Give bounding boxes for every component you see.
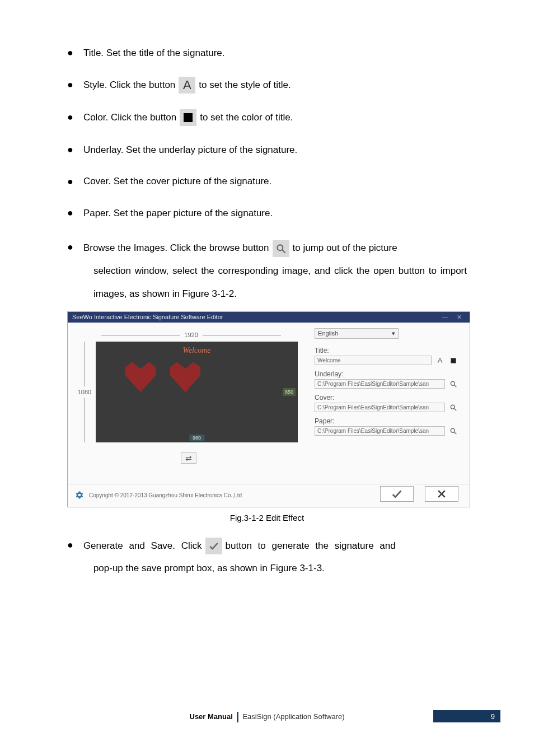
window-title: SeeWo Interactive Electronic Signature S… (72, 314, 223, 320)
bullet-text: Paper. Set the paper picture of the sign… (83, 206, 273, 221)
bullet-marker: ● (67, 174, 73, 190)
title-color-icon[interactable] (448, 356, 458, 366)
footer-divider: | (236, 710, 240, 723)
svg-line-5 (455, 408, 457, 410)
bullet-title: ● Title. Set the title of the signature. (67, 45, 467, 61)
cover-input[interactable]: C:\Program Files\EasiSignEditor\Sample\s… (315, 403, 445, 412)
svg-point-4 (451, 405, 455, 409)
color-square-icon (180, 109, 196, 126)
paper-label: Paper: (315, 417, 458, 425)
underlay-label: Underlay: (315, 370, 458, 378)
footer-app-name: EasiSign (Application Software) (242, 712, 344, 721)
text-pre: Browse the Images. Click the browse butt… (83, 237, 269, 260)
svg-line-1 (282, 250, 285, 253)
instruction-list: ● Title. Set the title of the signature.… (67, 45, 467, 306)
underlay-input[interactable]: C:\Program Files\EasiSignEditor\Sample\s… (315, 379, 445, 389)
bullet-marker: ● (67, 205, 73, 221)
window-controls[interactable]: — ✕ (442, 314, 465, 321)
bullet-text: Generate and Save. Click button to gener… (83, 535, 396, 581)
page-number-box: 9 (433, 710, 500, 722)
dimension-height: 1080 (73, 342, 96, 442)
svg-line-3 (455, 385, 457, 387)
editor-titlebar: SeeWo Interactive Electronic Signature S… (68, 312, 470, 323)
chevron-down-icon: ▾ (392, 330, 395, 337)
footer-center: User Manual | EasiSign (Application Soft… (189, 710, 344, 723)
page-footer: User Manual | EasiSign (Application Soft… (0, 710, 534, 722)
heart-icon (168, 361, 202, 394)
language-select[interactable]: English ▾ (315, 328, 399, 339)
editor-body: 1920 1080 Welcome 850 960 (68, 323, 470, 484)
paper-browse-icon[interactable] (448, 426, 458, 436)
instruction-list-2: ● Generate and Save. Click button to gen… (67, 535, 467, 581)
bullet-marker: ● (67, 109, 73, 125)
bullet-marker: ● (67, 142, 73, 158)
title-style-icon[interactable]: A (435, 356, 445, 366)
dim-h-value: 1080 (78, 386, 91, 398)
bullet-text: Cover. Set the cover picture of the sign… (83, 174, 271, 189)
bullet-cover: ● Cover. Set the cover picture of the si… (67, 174, 467, 190)
bullet-text: Underlay. Set the underlay picture of th… (83, 142, 297, 157)
gear-icon[interactable] (76, 491, 83, 499)
bullet-color: ● Color. Click the button to set the col… (67, 109, 467, 126)
copyright-text: Copyright © 2012-2013 Guangzhou Shirui E… (89, 492, 242, 498)
bullet-underlay: ● Underlay. Set the underlay picture of … (67, 142, 467, 158)
svg-point-6 (451, 428, 455, 432)
dim-w-value: 1920 (180, 332, 202, 338)
bullet-text: Browse the Images. Click the browse butt… (83, 237, 467, 305)
page-number: 9 (491, 712, 495, 721)
bullet-text: Style. Click the button A to set the sty… (83, 77, 291, 94)
bullet-browse: ● Browse the Images. Click the browse bu… (67, 237, 467, 305)
text-pre: Color. Click the button (83, 110, 176, 125)
hearts-decoration (124, 361, 202, 394)
text-pre: Style. Click the button (83, 77, 175, 92)
browse-line2: selection window, select the correspondi… (83, 260, 467, 306)
language-value: English (318, 330, 338, 337)
crop-icon[interactable]: ⇄ (181, 452, 196, 464)
svg-point-2 (451, 381, 455, 385)
generate-line2: pop-up the save prompt box, as shown in … (83, 557, 396, 580)
cover-browse-icon[interactable] (448, 403, 458, 413)
style-glyph: A (183, 75, 191, 95)
editor-preview-pane: 1920 1080 Welcome 850 960 (68, 323, 309, 484)
svg-line-7 (455, 432, 457, 434)
ok-button[interactable] (380, 486, 414, 502)
editor-window: SeeWo Interactive Electronic Signature S… (67, 311, 470, 507)
text-post: to jump out of the picture (293, 237, 397, 260)
bullet-text: Title. Set the title of the signature. (83, 45, 225, 60)
preview-title-text: Welcome (183, 346, 211, 355)
title-input[interactable]: Welcome (315, 356, 432, 365)
title-label: Title: (315, 347, 458, 354)
cancel-button[interactable] (425, 486, 458, 502)
editor-properties-pane: English ▾ Title: Welcome A Underlay: C:\… (309, 323, 470, 484)
bullet-marker: ● (67, 77, 73, 93)
bullet-marker: ● (67, 537, 73, 553)
paper-input[interactable]: C:\Program Files\EasiSignEditor\Sample\s… (315, 426, 445, 436)
cover-label: Cover: (315, 394, 458, 402)
heart-icon (124, 361, 157, 394)
bullet-marker: ● (67, 45, 73, 61)
bullet-text: Color. Click the button to set the color… (83, 109, 293, 126)
bullet-marker: ● (67, 239, 73, 255)
footer-user-manual: User Manual (189, 712, 232, 721)
preview-canvas: Welcome 850 960 (96, 342, 298, 442)
badge-bottom: 960 (189, 435, 204, 441)
figure-caption: Fig.3-1-2 Edit Effect (67, 513, 467, 522)
bullet-paper: ● Paper. Set the paper picture of the si… (67, 205, 467, 221)
text-pre: Generate and Save. Click (83, 535, 202, 558)
text-post: to set the style of title. (199, 77, 291, 92)
dimension-width: 1920 (101, 332, 281, 338)
text-post: button to generate the signature and (226, 535, 396, 558)
svg-point-0 (277, 245, 283, 250)
bullet-generate: ● Generate and Save. Click button to gen… (67, 535, 467, 581)
bullet-style: ● Style. Click the button A to set the s… (67, 77, 467, 94)
check-icon (205, 538, 222, 554)
badge-right: 850 (283, 388, 296, 396)
style-a-icon: A (179, 77, 195, 94)
text-post: to set the color of title. (200, 110, 293, 125)
black-square (184, 113, 193, 122)
editor-footer: Copyright © 2012-2013 Guangzhou Shirui E… (68, 484, 470, 506)
underlay-browse-icon[interactable] (448, 379, 458, 389)
magnify-icon (273, 240, 289, 257)
